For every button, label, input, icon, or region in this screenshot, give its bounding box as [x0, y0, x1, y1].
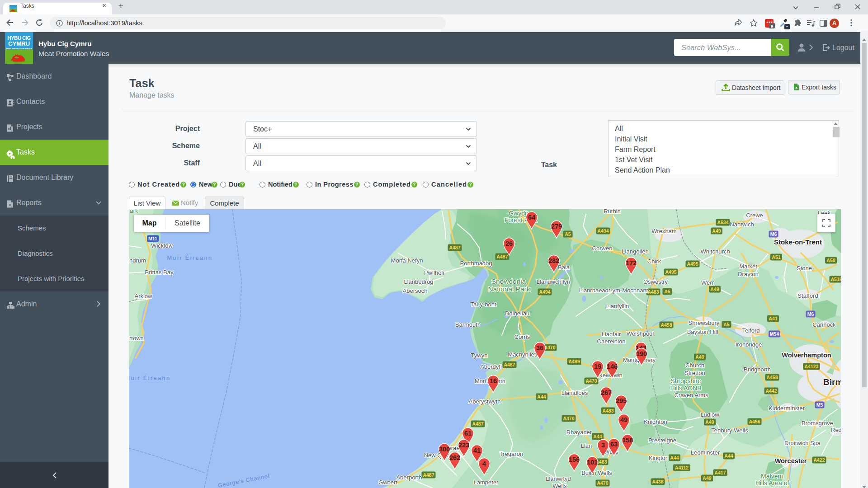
svg-text:A50: A50: [826, 258, 835, 263]
svg-text:300: 300: [439, 446, 450, 453]
svg-text:Bromsgrove: Bromsgrove: [802, 420, 833, 427]
svg-text:A494: A494: [597, 228, 609, 234]
svg-text:Tywyn: Tywyn: [471, 352, 488, 359]
svg-text:A44: A44: [670, 455, 679, 460]
svg-text:A470: A470: [544, 345, 555, 350]
svg-text:26: 26: [505, 240, 513, 247]
svg-text:A4123: A4123: [805, 364, 819, 369]
svg-text:Llanwrtyd: Llanwrtyd: [546, 475, 571, 482]
svg-text:Redditch: Redditch: [831, 427, 841, 433]
svg-text:A5: A5: [565, 231, 571, 237]
svg-text:Oswestry: Oswestry: [643, 278, 668, 285]
svg-text:A49: A49: [695, 354, 704, 360]
svg-text:Corwen: Corwen: [592, 245, 613, 252]
svg-text:Gwbert: Gwbert: [378, 479, 397, 486]
svg-text:Market: Market: [739, 263, 757, 270]
svg-text:Llan: Llan: [581, 442, 592, 449]
svg-text:Presteigne: Presteigne: [648, 437, 676, 444]
svg-text:4: 4: [482, 460, 486, 467]
svg-text:A495: A495: [687, 261, 698, 267]
svg-text:A487: A487: [496, 254, 508, 259]
svg-text:A487: A487: [472, 421, 483, 427]
svg-text:Hills AONB: Hills AONB: [670, 385, 701, 392]
svg-text:101: 101: [587, 459, 598, 466]
svg-text:A44: A44: [724, 453, 733, 459]
svg-text:A417: A417: [714, 470, 726, 475]
svg-text:Llanidloes: Llanidloes: [561, 389, 588, 396]
svg-text:ndrum: ndrum: [129, 257, 146, 264]
svg-text:A483: A483: [647, 289, 659, 295]
svg-text:M6: M6: [807, 311, 814, 317]
svg-text:64: 64: [528, 214, 535, 221]
svg-text:Lampeter: Lampeter: [474, 479, 499, 486]
svg-text:A470: A470: [585, 378, 597, 384]
svg-text:36: 36: [536, 344, 543, 352]
svg-text:National Park: National Park: [488, 285, 530, 293]
svg-text:M54: M54: [770, 331, 779, 337]
svg-text:A534: A534: [717, 220, 728, 225]
svg-text:63: 63: [610, 441, 618, 448]
svg-text:Arklow: Arklow: [134, 293, 152, 300]
svg-text:A458: A458: [766, 375, 778, 380]
svg-text:Porthmadog: Porthmadog: [460, 260, 492, 267]
svg-text:Wrexham: Wrexham: [651, 228, 676, 235]
svg-text:16: 16: [490, 377, 497, 385]
svg-text:49: 49: [620, 416, 627, 423]
svg-text:Wicklow: Wicklow: [151, 242, 173, 249]
svg-text:Stone: Stone: [797, 265, 812, 272]
svg-text:Droitwich Spa: Droitwich Spa: [784, 440, 821, 446]
svg-text:9: 9: [771, 24, 773, 28]
svg-text:A494: A494: [539, 289, 550, 295]
svg-text:Ludlow: Ludlow: [700, 411, 719, 418]
svg-text:Bala: Bala: [558, 264, 570, 271]
svg-text:Barmouth: Barmouth: [455, 321, 481, 328]
svg-text:Wolverhampton: Wolverhampton: [782, 352, 831, 359]
svg-text:Machynlleth: Machynlleth: [508, 351, 539, 358]
svg-text:61: 61: [464, 430, 472, 437]
svg-text:Tenbury Wells: Tenbury Wells: [711, 427, 748, 434]
svg-text:262: 262: [449, 454, 460, 461]
svg-text:x: x: [9, 203, 11, 207]
svg-text:Llanfyllin: Llanfyllin: [606, 303, 629, 310]
svg-text:Morfa Nefyn: Morfa Nefyn: [391, 257, 423, 264]
svg-text:A438: A438: [652, 479, 663, 484]
svg-text:Kington: Kington: [649, 455, 669, 461]
svg-text:Telford: Telford: [742, 327, 760, 334]
svg-text:Brittas Bay: Brittas Bay: [145, 269, 174, 276]
svg-text:A487: A487: [423, 472, 434, 478]
svg-text:ark: ark: [130, 209, 138, 214]
svg-text:A495: A495: [665, 269, 676, 275]
svg-text:Shropshire: Shropshire: [670, 377, 701, 385]
svg-text:Tregaron: Tregaron: [500, 450, 523, 457]
svg-text:Ironbridge: Ironbridge: [736, 341, 762, 348]
svg-text:223: 223: [458, 441, 469, 449]
svg-text:156: 156: [569, 456, 580, 463]
svg-text:Stoke-on-Trent: Stoke-on-Trent: [774, 238, 822, 246]
svg-text:Builth Wells: Builth Wells: [581, 469, 612, 476]
svg-text:Malvern: Malvern: [761, 473, 783, 480]
svg-text:Abersoch: Abersoch: [403, 287, 428, 294]
svg-text:282: 282: [548, 257, 559, 264]
svg-text:Chirk: Chirk: [647, 258, 661, 265]
svg-text:Nantwich: Nantwich: [730, 221, 754, 228]
svg-text:Muir Éireann: Muir Éireann: [167, 254, 213, 261]
svg-text:Cannock: Cannock: [812, 321, 836, 328]
svg-text:Llangollen: Llangollen: [622, 248, 648, 255]
svg-text:A49: A49: [703, 475, 711, 481]
svg-text:158: 158: [622, 436, 633, 444]
svg-text:A41: A41: [769, 316, 777, 321]
svg-text:Aberdyfi: Aberdyfi: [480, 363, 502, 370]
svg-text:A44: A44: [537, 394, 546, 399]
svg-text:A456: A456: [749, 419, 760, 424]
svg-text:295: 295: [616, 397, 627, 404]
svg-text:Llanuwchllyn: Llanuwchllyn: [537, 278, 570, 285]
svg-text:Corris: Corris: [514, 333, 530, 340]
svg-text:3: 3: [601, 441, 605, 449]
svg-text:A483: A483: [602, 408, 613, 413]
svg-text:A49: A49: [712, 228, 721, 234]
svg-text:A487: A487: [504, 362, 515, 367]
svg-text:Crewe: Crewe: [746, 212, 763, 219]
svg-text:Birmingham: Birmingham: [823, 377, 841, 387]
svg-text:Bayston Hill: Bayston Hill: [687, 328, 718, 335]
svg-text:Dolgellau: Dolgellau: [505, 310, 529, 317]
